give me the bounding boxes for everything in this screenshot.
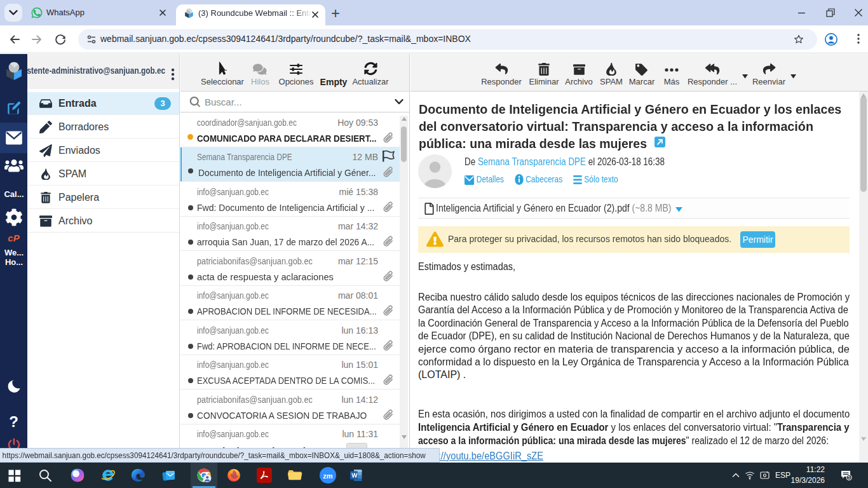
- svg-text:5: 5: [848, 475, 850, 480]
- svg-text:zm: zm: [323, 472, 333, 480]
